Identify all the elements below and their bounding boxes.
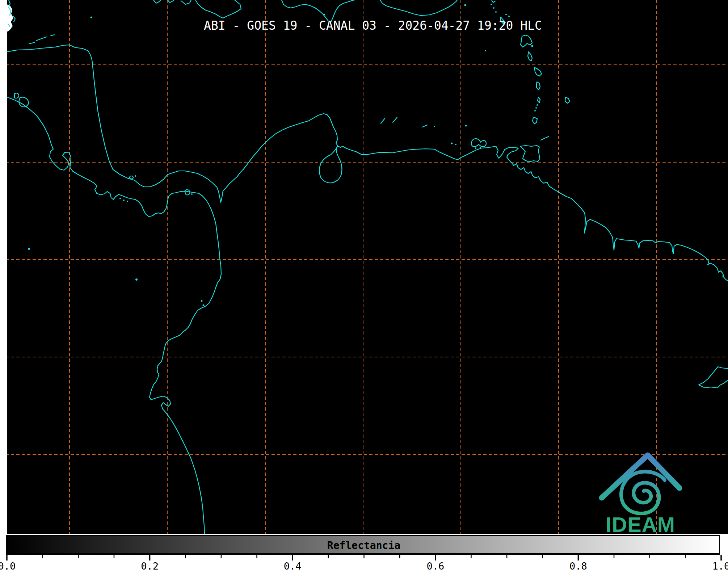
colorbar-ticks <box>0 555 728 563</box>
island-curacao <box>393 117 397 122</box>
island-bonaire <box>422 125 427 127</box>
ideam-wordmark: IDEAM <box>606 512 675 537</box>
map-area <box>0 0 728 535</box>
island-trinidad <box>520 146 540 162</box>
island-jamaica <box>195 0 241 18</box>
island-dots <box>28 4 538 306</box>
map-svg <box>0 0 728 535</box>
coast-fragment-amazon <box>699 367 728 388</box>
tick-label: 0.4 <box>284 560 302 571</box>
colorbar-label: Reflectancia <box>327 539 400 551</box>
island-grenada <box>533 117 537 124</box>
island-margarita <box>471 139 486 147</box>
island-st-vincent <box>538 97 540 103</box>
island-pearl <box>185 190 190 195</box>
island-hispaniola-east <box>380 0 457 16</box>
tick-label: 0.6 <box>426 560 444 571</box>
island-aruba <box>381 118 385 123</box>
coast-fragment <box>13 16 15 22</box>
coast-fragment-cuba <box>153 0 191 4</box>
tick-label: 0.0 <box>0 560 16 571</box>
island-martinique <box>534 67 542 76</box>
logo-spiral <box>621 472 665 514</box>
latlon-grid <box>0 0 728 535</box>
lake-managua <box>14 93 19 98</box>
island-bocas <box>130 176 133 179</box>
tick-label: 0.8 <box>569 560 587 571</box>
image-title: ABI - GOES 19 - CANAL 03 - 2026-04-27 19… <box>204 19 542 32</box>
coastline-pacific <box>7 97 221 535</box>
tick-label: 0.2 <box>141 560 159 571</box>
island-guadeloupe <box>521 35 532 47</box>
satellite-figure: ABI - GOES 19 - CANAL 03 - 2026-04-27 19… <box>0 0 728 571</box>
island-cayman <box>29 35 54 44</box>
tick-label: 1.0 <box>712 560 728 571</box>
island-dominica <box>528 52 532 61</box>
logo-roof <box>602 455 679 498</box>
ideam-logo <box>602 455 679 513</box>
island-st-lucia <box>536 82 540 90</box>
island-tobago <box>541 137 549 140</box>
island-barbados <box>565 97 570 103</box>
lake-maracaibo <box>319 146 342 183</box>
coastline-caribbean-mainland <box>7 45 728 281</box>
